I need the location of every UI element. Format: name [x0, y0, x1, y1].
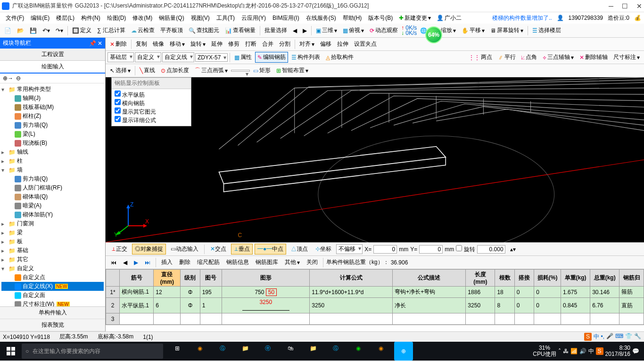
midpoint-snap[interactable]: ━●━中点: [255, 244, 286, 255]
tree-folder[interactable]: ▾📁 自定义: [1, 264, 104, 273]
redo-button[interactable]: ↷▾: [53, 26, 66, 35]
two-point-button[interactable]: ⋮⋮两点: [466, 52, 495, 63]
category-dropdown[interactable]: 自定义: [135, 52, 161, 62]
tree-item[interactable]: 梁(L): [1, 130, 104, 139]
3d-viewport[interactable]: C 钢筋显示控制面板 水平纵筋 横向钢筋 显示其它图元 显示详细公式 Z X: [106, 77, 644, 242]
close-table-button[interactable]: 关闭: [304, 257, 320, 268]
ortho-toggle[interactable]: ⊥正交: [108, 244, 130, 255]
tree-folder[interactable]: ▾📁 墙: [1, 165, 104, 174]
scale-rebar-button[interactable]: 缩尺配筋: [195, 257, 222, 268]
point-angle-button[interactable]: ⟀点角: [519, 52, 539, 63]
opt-show-formula[interactable]: 显示详细公式: [115, 116, 188, 124]
prev-button[interactable]: ◀: [290, 26, 299, 35]
tray-volume-icon[interactable]: 🔊: [579, 348, 586, 354]
snap-toggle[interactable]: ◎对象捕捉: [132, 244, 166, 255]
top-view-button[interactable]: ▦俯视▾: [340, 25, 366, 36]
tree-item[interactable]: 砌体墙(Q): [1, 192, 104, 201]
tree-item[interactable]: 剪力墙(Q): [1, 174, 104, 183]
edit-rebar-button[interactable]: ✎编辑钢筋: [255, 52, 288, 63]
tree-folder[interactable]: ▸📁 柱: [1, 156, 104, 165]
task-app-g[interactable]: Ⓖ: [326, 339, 345, 358]
rebar-table[interactable]: 筋号直径(mm) 级别图号图形 计算公式公式描述长度(mm) 根数搭接损耗(%)…: [106, 269, 644, 325]
menu-tools[interactable]: 工具(T): [214, 13, 238, 23]
menu-cloud[interactable]: 云应用(Y): [239, 13, 269, 23]
tree-item[interactable]: 暗梁(A): [1, 201, 104, 210]
component-list-button[interactable]: ☰构件列表: [289, 52, 322, 63]
tree-item[interactable]: 剪力墙(Q): [1, 121, 104, 130]
dynamic-input-toggle[interactable]: ▭动态输入: [168, 244, 201, 255]
undo-button[interactable]: ↶▾: [40, 26, 52, 35]
tree-folder[interactable]: ▸📁 梁: [1, 228, 104, 237]
tray-clock[interactable]: 8:302017/8/16: [605, 345, 630, 357]
menu-file[interactable]: 文件(F): [3, 13, 27, 23]
move-button[interactable]: 移动▾: [167, 39, 187, 49]
tool-icon[interactable]: 🔧: [634, 333, 641, 341]
tray-sogou-icon[interactable]: S: [596, 347, 603, 355]
expand-all-icon[interactable]: ⊕→: [3, 75, 13, 82]
task-edge[interactable]: ⓔ: [258, 339, 277, 358]
property-button[interactable]: ▦属性: [232, 52, 254, 63]
split-button[interactable]: 分割: [277, 39, 293, 49]
keyboard-icon[interactable]: ⌨: [615, 333, 623, 341]
task-app-ggj[interactable]: ⊕: [394, 342, 413, 361]
menu-online[interactable]: 在线服务(S): [303, 13, 339, 23]
offset-button[interactable]: 偏移: [318, 39, 334, 49]
parallel-button[interactable]: ⫽平行: [495, 52, 518, 63]
menu-edit[interactable]: 编辑(E): [28, 13, 52, 23]
align-button[interactable]: 对齐▾: [297, 39, 317, 49]
task-explorer[interactable]: 📁: [304, 339, 322, 358]
point-length-button[interactable]: ⊙点加长度: [158, 65, 191, 76]
tree-item[interactable]: 轴网(J): [1, 94, 104, 103]
task-app-3[interactable]: 📁: [236, 339, 255, 358]
vertex-snap[interactable]: △顶点: [288, 244, 311, 255]
tree-folder[interactable]: ▾📁 常用构件类型: [1, 85, 104, 94]
new-change-button[interactable]: ✚新建变更▾: [396, 13, 433, 24]
save-button[interactable]: 💾: [27, 26, 39, 35]
rotate-spinner[interactable]: ▴▾: [507, 245, 519, 254]
trim-button[interactable]: 修剪: [226, 39, 242, 49]
other-button[interactable]: 其他▾: [282, 257, 302, 268]
task-app-1[interactable]: ◉: [190, 339, 209, 358]
tree-item[interactable]: 自定义线(X)NEW: [1, 282, 104, 291]
dimension-button[interactable]: 尺寸标注▾: [611, 52, 642, 63]
prev-rec-button[interactable]: ◀: [121, 258, 130, 267]
offset-dropdown[interactable]: 不偏移: [336, 244, 363, 254]
component-dropdown[interactable]: ZDYX-57: [195, 53, 228, 62]
rebar-info-button[interactable]: 钢筋信息: [224, 257, 251, 268]
skin-icon[interactable]: 👕: [625, 333, 632, 341]
open-button[interactable]: 📂: [15, 26, 26, 35]
table-row[interactable]: 2水平纵筋.16 Φ1 3250 3250净长 325080 00.8456.7…: [106, 298, 644, 313]
new-button[interactable]: 📄: [2, 26, 14, 35]
maximize-button[interactable]: ☐: [622, 2, 628, 10]
find-element-button[interactable]: 🔍查找图元: [186, 25, 222, 36]
tray-ime-icon[interactable]: 中: [588, 347, 594, 355]
rebar-display-panel[interactable]: 钢筋显示控制面板 水平纵筋 横向钢筋 显示其它图元 显示详细公式: [111, 77, 191, 126]
orbit-button[interactable]: ⟳动态观察: [367, 25, 400, 36]
ime-status[interactable]: 中 •,: [594, 333, 604, 341]
opt-horiz-rebar[interactable]: 水平纵筋: [115, 90, 188, 99]
tree-item[interactable]: 现浇板(B): [1, 139, 104, 148]
select-button[interactable]: ↖选择▾: [107, 65, 133, 76]
flat-top-button[interactable]: 平齐板顶: [158, 25, 185, 36]
start-button[interactable]: [0, 342, 22, 361]
tray-notification-icon[interactable]: 💬: [632, 348, 639, 354]
collapse-all-icon[interactable]: ⊖: [16, 75, 21, 82]
intersection-snap[interactable]: ✕交点: [207, 244, 229, 255]
next-button[interactable]: ▶: [300, 26, 309, 35]
delete-row-button[interactable]: 删除: [177, 257, 193, 268]
pan-button[interactable]: ✋平移▾: [459, 25, 487, 36]
tree-folder[interactable]: ▸📁 轴线: [1, 148, 104, 156]
base-floor-dropdown[interactable]: 基础层: [107, 52, 134, 62]
select-floor-button[interactable]: ☰选择楼层: [530, 25, 563, 36]
mirror-button[interactable]: 镜像: [150, 39, 166, 49]
snap-button[interactable]: 设置夹点: [352, 39, 379, 49]
opt-show-others[interactable]: 显示其它图元: [115, 107, 188, 116]
tree-folder[interactable]: ▸📁 基础: [1, 246, 104, 255]
menu-modify[interactable]: 修改(M): [130, 13, 155, 23]
guang-button[interactable]: 👤广小二: [434, 13, 464, 24]
delete-button[interactable]: ✕删除: [107, 39, 129, 49]
copy-button[interactable]: 复制: [133, 39, 149, 49]
next-rec-button[interactable]: ▶: [132, 258, 140, 267]
menu-help[interactable]: 帮助(H): [340, 13, 365, 23]
batch-select-button[interactable]: 批量选择: [262, 25, 289, 36]
